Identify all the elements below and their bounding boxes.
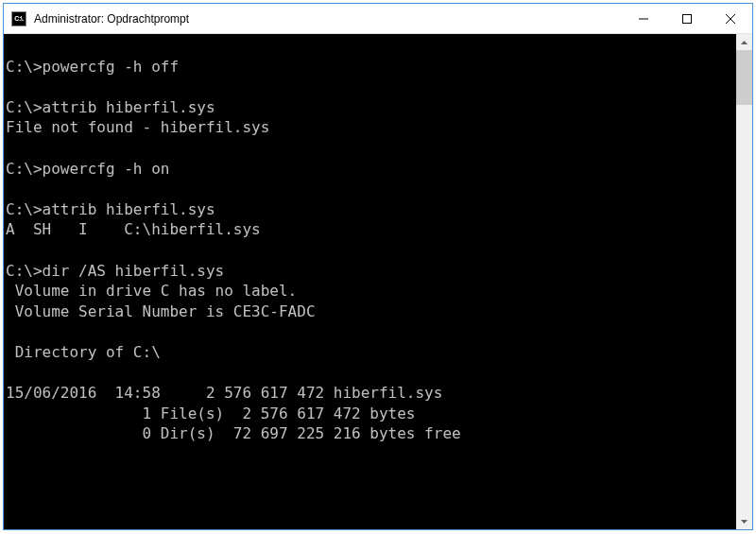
titlebar[interactable]: C:\. Administrator: Opdrachtprompt	[4, 4, 752, 34]
maximize-icon	[682, 14, 692, 24]
vertical-scrollbar[interactable]	[736, 34, 752, 529]
minimize-button[interactable]	[622, 4, 665, 33]
terminal-container: C:\>powercfg -h off C:\>attrib hiberfil.…	[4, 34, 752, 529]
chevron-up-icon	[741, 41, 747, 44]
close-icon	[726, 14, 735, 24]
terminal-output[interactable]: C:\>powercfg -h off C:\>attrib hiberfil.…	[4, 34, 736, 529]
window-title: Administrator: Opdrachtprompt	[34, 12, 622, 26]
scrollbar-track[interactable]	[736, 50, 752, 513]
close-button[interactable]	[709, 4, 752, 33]
minimize-icon	[639, 14, 648, 24]
command-prompt-window: C:\. Administrator: Opdrachtprompt C:\>p…	[3, 3, 753, 530]
app-icon: C:\.	[11, 11, 26, 26]
maximize-button[interactable]	[665, 4, 709, 33]
scroll-up-button[interactable]	[736, 34, 752, 50]
chevron-down-icon	[741, 520, 747, 524]
scrollbar-thumb[interactable]	[736, 50, 752, 105]
svg-rect-0	[683, 14, 692, 23]
window-controls	[622, 4, 752, 33]
scroll-down-button[interactable]	[736, 513, 752, 529]
